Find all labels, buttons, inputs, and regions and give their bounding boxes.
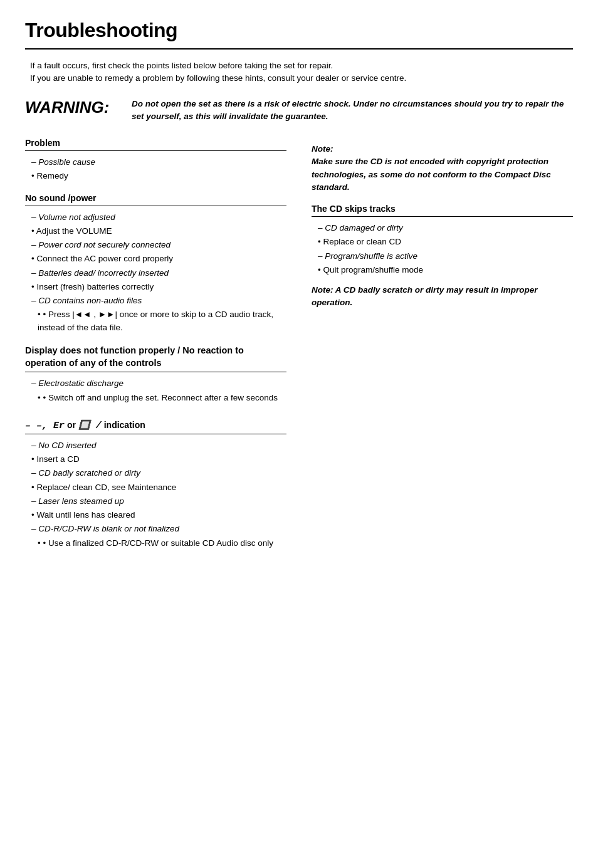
no-sound-remedy-3: Insert (fresh) batteries correctly [25, 281, 286, 293]
display-cause-1: Electrostatic discharge [25, 377, 286, 390]
cd-skips-section: The CD skips tracks CD damaged or dirty … [312, 204, 573, 310]
cd-scratch-note: Note: A CD badly scratch or dirty may re… [312, 284, 573, 310]
display-list: Electrostatic discharge • Switch off and… [25, 377, 286, 404]
indication-label: indication [104, 420, 145, 430]
cd-skips-rule [312, 216, 573, 217]
indication-cause-3: Laser lens steamed up [25, 495, 286, 508]
left-column: Problem Possible cause Remedy No sound /… [25, 138, 286, 560]
indication-code: – –, Er [25, 421, 65, 431]
no-sound-cause-1: Volume not adjusted [25, 211, 286, 224]
main-content: Problem Possible cause Remedy No sound /… [25, 138, 573, 560]
no-sound-cause-3: Batteries dead/ incorrectly inserted [25, 267, 286, 280]
indication-cause-1: No CD inserted [25, 439, 286, 452]
indication-cause-4: CD-R/CD-RW is blank or not finalized [25, 523, 286, 535]
no-sound-remedy-2: Connect the AC power cord properly [25, 253, 286, 265]
intro-line-1: If a fault occurs, first check the point… [30, 61, 333, 70]
indication-header: – –, Er or 🔲 / indication [25, 419, 286, 431]
problem-header: Problem [25, 138, 286, 148]
indication-remedy-1: Insert a CD [25, 453, 286, 466]
warning-text: Do not open the set as there is a risk o… [132, 98, 573, 123]
no-sound-header: No sound /power [25, 193, 286, 203]
no-sound-remedy-4: • Press |◄◄ , ►►| once or more to skip t… [25, 308, 286, 334]
cd-skips-list: CD damaged or dirty Replace or clean CD … [312, 222, 573, 276]
title-divider [25, 48, 573, 50]
no-sound-cause-4: CD contains non-audio files [25, 295, 286, 307]
cd-skips-header: The CD skips tracks [312, 204, 573, 214]
no-sound-rule [25, 206, 286, 206]
problem-legend: Possible cause Remedy [25, 156, 286, 183]
display-rule [25, 372, 286, 372]
note-text: Make sure the CD is not encoded with cop… [312, 157, 551, 192]
warning-label: WARNING: [25, 98, 125, 117]
indication-list: No CD inserted Insert a CD CD badly scra… [25, 439, 286, 550]
display-header: Display does not function properly / No … [25, 344, 286, 370]
note-label: Note: [312, 144, 333, 154]
cd-skips-cause-1: CD damaged or dirty [312, 222, 573, 234]
indication-remedy-2: Replace/ clean CD, see Maintenance [25, 481, 286, 494]
indication-or: or [67, 420, 78, 430]
warning-block: WARNING: Do not open the set as there is… [25, 98, 573, 123]
indication-remedy-3: Wait until lens has cleared [25, 509, 286, 521]
display-section: Display does not function properly / No … [25, 344, 286, 404]
cd-skips-cause-2: Program/shuffle is active [312, 250, 573, 263]
page-title: Troubleshooting [25, 19, 573, 42]
no-sound-cause-2: Power cord not securely connected [25, 239, 286, 251]
remedy-legend: Remedy [25, 170, 286, 182]
right-column: Note: Make sure the CD is not encoded wi… [312, 138, 573, 320]
no-sound-list: Volume not adjusted Adjust the VOLUME Po… [25, 211, 286, 334]
no-sound-section: No sound /power Volume not adjusted Adju… [25, 193, 286, 334]
intro-line-2: If you are unable to remedy a problem by… [30, 73, 406, 83]
indication-cause-2: CD badly scratched or dirty [25, 467, 286, 479]
indication-symbol: 🔲 / [78, 421, 102, 431]
cause-legend: Possible cause [25, 156, 286, 169]
indication-rule [25, 434, 286, 434]
indication-section: – –, Er or 🔲 / indication No CD inserted… [25, 419, 286, 550]
no-sound-remedy-1: Adjust the VOLUME [25, 225, 286, 238]
indication-remedy-4: • Use a finalized CD-R/CD-RW or suitable… [25, 537, 286, 550]
copyright-note: Note: Make sure the CD is not encoded wi… [312, 143, 573, 194]
problem-header-block: Problem Possible cause Remedy [25, 138, 286, 183]
cd-skips-remedy-1: Replace or clean CD [312, 236, 573, 248]
problem-rule [25, 150, 286, 151]
intro-paragraph: If a fault occurs, first check the point… [25, 60, 573, 85]
display-remedy-1: • Switch off and unplug the set. Reconne… [25, 392, 286, 404]
cd-skips-remedy-2: Quit program/shuffle mode [312, 264, 573, 276]
